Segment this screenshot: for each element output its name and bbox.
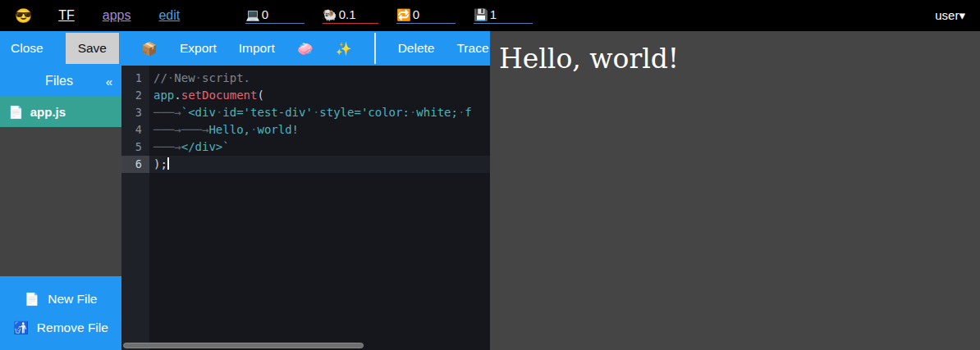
code-token: app: [153, 89, 174, 102]
files-sidebar: Files « 📄 app.js 📄 New File 🚮 Remove Fil…: [0, 66, 121, 350]
line-number[interactable]: 1: [121, 70, 149, 87]
metric-ram[interactable]: 🐏 0.1: [323, 7, 378, 24]
trace-button[interactable]: Trace: [456, 41, 488, 56]
document-icon: 📄: [8, 105, 24, 120]
code-token: ───→: [153, 106, 181, 119]
code-token: </div>`: [181, 140, 230, 153]
code-token: .: [174, 89, 181, 102]
line-number[interactable]: 4: [121, 121, 149, 139]
line-number[interactable]: 3: [121, 104, 149, 121]
status-metrics: 💻 0 🐏 0.1 🔁 0 💾 1: [245, 7, 533, 24]
code-line[interactable]: ───→</div>`: [149, 139, 490, 156]
code-token: setDocument: [181, 89, 258, 102]
code-token: (: [257, 89, 263, 102]
remove-file-label: Remove File: [37, 320, 108, 335]
new-file-button[interactable]: 📄 New File: [0, 286, 121, 311]
save-button[interactable]: Save: [66, 33, 119, 64]
export-button[interactable]: Export: [180, 41, 217, 56]
sparkles-icon[interactable]: ✨: [336, 41, 352, 57]
file-item-appjs[interactable]: 📄 app.js: [0, 97, 121, 127]
delete-button[interactable]: Delete: [398, 41, 435, 56]
metric-cpu-value: 0: [262, 7, 268, 21]
code-editor[interactable]: 123456 //·New·script.app.setDocument(───…: [121, 66, 490, 350]
text-cursor: [167, 157, 169, 170]
remove-file-button[interactable]: 🚮 Remove File: [0, 315, 121, 340]
code-line[interactable]: );: [149, 156, 490, 173]
package-icon[interactable]: 📦: [141, 41, 158, 57]
files-header: Files «: [0, 66, 121, 97]
preview-pane: Hello, world!: [490, 31, 980, 350]
close-button[interactable]: Close: [11, 41, 44, 56]
code-token: f: [465, 106, 471, 119]
preview-text: Hello, world!: [490, 31, 980, 75]
top-menu-bar: 😎 TF apps edit 🎛 💻 0 🐏 0.1 🔁 0 💾 1 user▾: [0, 0, 980, 31]
code-token: ───→───→: [153, 123, 208, 136]
laptop-icon: 💻: [245, 8, 259, 21]
code-token: //: [153, 71, 167, 84]
nav-link-edit[interactable]: edit: [158, 8, 180, 23]
gutter[interactable]: 123456: [121, 66, 149, 350]
files-title: Files: [0, 74, 97, 89]
code-token: world!: [257, 123, 299, 136]
editor-toolbar: Close Save 📦 Export Import 🧼 ✨ Delete Tr…: [0, 31, 490, 66]
line-number[interactable]: 5: [121, 139, 149, 156]
code-line[interactable]: //·New·script.: [149, 70, 490, 87]
litter-bin-icon: 🚮: [13, 320, 29, 335]
horizontal-scrollbar[interactable]: [123, 343, 364, 348]
code-token: `<div: [181, 106, 216, 119]
metric-repeat[interactable]: 🔁 0: [396, 7, 456, 24]
control-knobs-icon[interactable]: 🎛: [208, 8, 221, 23]
code-token: ───→: [153, 140, 181, 153]
metric-saves[interactable]: 💾 1: [474, 7, 533, 24]
line-number[interactable]: 2: [121, 87, 149, 104]
sidebar-filler: [0, 127, 121, 276]
new-file-icon: 📄: [24, 292, 39, 307]
empty-box-button[interactable]: [374, 33, 376, 64]
code-token: script.: [202, 71, 250, 84]
code-token: Hello,: [208, 123, 250, 136]
user-menu-button[interactable]: user▾: [935, 8, 965, 23]
repeat-icon: 🔁: [396, 8, 410, 21]
file-name: app.js: [30, 105, 66, 119]
floppy-disk-icon: 💾: [474, 8, 488, 21]
new-file-label: New File: [48, 292, 97, 307]
code-token: white;: [416, 106, 458, 119]
metric-repeat-value: 0: [413, 7, 419, 21]
nav-link-tf[interactable]: TF: [58, 8, 75, 23]
code-token: style='color:: [319, 106, 410, 119]
line-number[interactable]: 6: [121, 156, 149, 173]
code-token: ·: [195, 71, 202, 84]
code-token: id='test-div': [222, 106, 313, 119]
metric-ram-value: 0.1: [339, 7, 356, 21]
metric-saves-value: 1: [490, 7, 497, 21]
code-token: New: [174, 71, 195, 84]
app-window: 😎 TF apps edit 🎛 💻 0 🐏 0.1 🔁 0 💾 1 user▾: [0, 0, 980, 350]
code-line[interactable]: app.setDocument(: [149, 87, 490, 104]
code-line[interactable]: ───→`<div·id='test-div'·style='color:·wh…: [149, 104, 490, 121]
ram-icon: 🐏: [323, 8, 337, 21]
soap-icon[interactable]: 🧼: [297, 41, 314, 57]
nav-link-apps[interactable]: apps: [103, 8, 131, 23]
smiley-logo-icon: 😎: [15, 7, 32, 25]
metric-cpu[interactable]: 💻 0: [245, 7, 305, 24]
collapse-sidebar-button[interactable]: «: [97, 75, 121, 89]
code-lines[interactable]: //·New·script.app.setDocument(───→`<div·…: [149, 66, 490, 350]
code-line[interactable]: ───→───→Hello,·world!: [149, 121, 490, 139]
sidebar-footer: 📄 New File 🚮 Remove File: [0, 276, 121, 350]
code-token: );: [153, 157, 167, 170]
import-button[interactable]: Import: [239, 41, 275, 56]
